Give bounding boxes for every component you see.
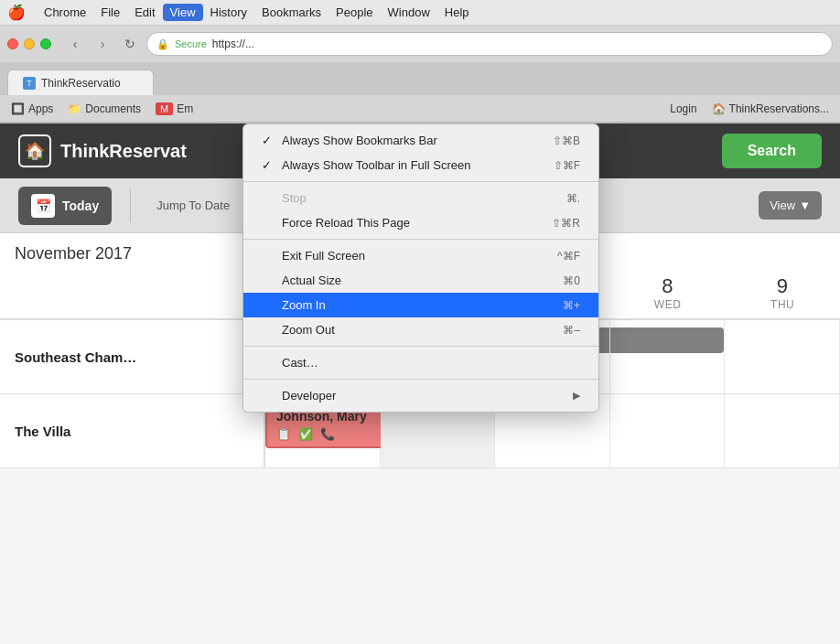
day-label-wed: WED: [654, 298, 682, 311]
room-label-villa: The Villa: [0, 394, 265, 467]
menu-item-exit-fullscreen[interactable]: Exit Full Screen ^⌘F: [243, 243, 598, 268]
bookmark-documents[interactable]: 📁 Documents: [64, 101, 145, 117]
back-button[interactable]: ‹: [64, 33, 86, 55]
maximize-button[interactable]: [40, 38, 51, 49]
day-header-thu: 9 THU: [725, 267, 840, 318]
dropdown-arrow-icon: ▼: [799, 199, 811, 212]
menu-label-cast: Cast…: [282, 356, 318, 370]
menu-separator-2: [243, 239, 598, 240]
browser-chrome: ‹ › ↻ 🔒 Secure https://... T ThinkReserv…: [0, 26, 840, 123]
reload-button[interactable]: ↻: [119, 33, 141, 55]
bookmark-login[interactable]: Login: [666, 101, 700, 117]
bookmark-email[interactable]: M Em: [152, 101, 197, 117]
search-button[interactable]: Search: [722, 134, 822, 168]
menu-help[interactable]: Help: [437, 4, 477, 21]
view-label: View: [770, 199, 795, 212]
menu-history[interactable]: History: [203, 4, 254, 21]
bookmark-thinkreservations[interactable]: 🏠 ThinkReservations...: [708, 101, 833, 117]
day-label-thu: THU: [770, 298, 794, 311]
room-header-cell: [0, 267, 265, 318]
menu-bar: 🍎 Chrome File Edit View History Bookmark…: [0, 0, 840, 26]
bookmark-apps[interactable]: 🔲 Apps: [7, 101, 57, 117]
jump-to-date[interactable]: Jump To Date: [149, 195, 237, 216]
menu-arrow-developer: ▶: [573, 390, 580, 402]
cell-villa-wed: [610, 394, 726, 467]
minimize-button[interactable]: [24, 38, 35, 49]
menu-item-always-show-bookmarks[interactable]: ✓ Always Show Bookmarks Bar ⇧⌘B: [243, 128, 598, 153]
menu-item-always-show-toolbar[interactable]: ✓ Always Show Toolbar in Full Screen ⇧⌘F: [243, 153, 598, 177]
tr-bookmark-label: ThinkReservations...: [729, 102, 829, 115]
today-button[interactable]: 📅 Today: [18, 187, 112, 225]
menu-label-always-bookmarks: Always Show Bookmarks Bar: [282, 134, 437, 147]
lock-icon: 🔒: [156, 38, 169, 50]
menu-chrome[interactable]: Chrome: [37, 4, 93, 21]
menu-item-stop[interactable]: Stop ⌘.: [243, 186, 598, 210]
menu-view[interactable]: View: [163, 4, 203, 21]
menu-separator-4: [243, 379, 598, 380]
view-dropdown[interactable]: View ▼: [759, 191, 822, 220]
traffic-lights: [7, 38, 51, 49]
menu-item-zoom-in[interactable]: Zoom In ⌘+: [243, 293, 598, 317]
view-dropdown-menu: ✓ Always Show Bookmarks Bar ⇧⌘B ✓ Always…: [242, 123, 599, 413]
room-label-southeast: Southeast Cham…: [0, 320, 265, 393]
bookmarks-bar: 🔲 Apps 📁 Documents M Em Login 🏠 ThinkRes…: [0, 95, 840, 123]
calendar-icon: 📅: [31, 194, 55, 218]
menu-item-actual-size[interactable]: Actual Size ⌘0: [243, 268, 598, 293]
bookmark-documents-label: Documents: [85, 102, 141, 115]
menu-shortcut-actual-size: ⌘0: [563, 274, 580, 287]
checkmark-icon: ✓: [262, 134, 276, 147]
menu-item-developer[interactable]: Developer ▶: [243, 383, 598, 408]
cell-southeast-wed: [610, 320, 726, 393]
today-label: Today: [62, 199, 99, 213]
menu-file[interactable]: File: [93, 4, 127, 21]
browser-tabs: T ThinkReservatio: [0, 62, 840, 95]
login-label: Login: [670, 102, 696, 115]
menu-label-always-toolbar: Always Show Toolbar in Full Screen: [282, 158, 470, 172]
day-num-thu: 9: [728, 274, 836, 298]
menu-shortcut-force-reload: ⇧⌘R: [552, 217, 580, 230]
apple-menu[interactable]: 🍎: [7, 4, 26, 21]
folder-icon: 📁: [68, 102, 81, 115]
site-logo: 🏠 ThinkReservat: [18, 134, 187, 167]
menu-label-developer: Developer: [282, 389, 336, 402]
toolbar-divider: [130, 189, 131, 222]
phone-icon: 📞: [320, 427, 335, 441]
menu-label-zoom-out: Zoom Out: [282, 323, 335, 337]
menu-separator-1: [243, 181, 598, 182]
forward-button[interactable]: ›: [92, 33, 113, 55]
email-icon: M: [156, 102, 173, 115]
bookmark-apps-label: Apps: [28, 102, 53, 115]
apps-icon: 🔲: [11, 102, 25, 115]
menu-label-exit-fullscreen: Exit Full Screen: [282, 249, 365, 263]
menu-shortcut-always-toolbar: ⇧⌘F: [554, 159, 580, 172]
close-button[interactable]: [7, 38, 18, 49]
cell-southeast-thu: [725, 320, 840, 393]
menu-edit[interactable]: Edit: [127, 4, 162, 21]
menu-shortcut-stop: ⌘.: [566, 192, 580, 205]
menu-label-actual-size: Actual Size: [282, 274, 341, 287]
menu-window[interactable]: Window: [381, 4, 437, 21]
browser-tab-active[interactable]: T ThinkReservatio: [7, 70, 154, 95]
menu-label-zoom-in: Zoom In: [282, 298, 326, 312]
cell-villa-thu: [725, 394, 840, 467]
menu-shortcut-zoom-in: ⌘+: [563, 299, 580, 312]
menu-bookmarks[interactable]: Bookmarks: [254, 4, 328, 21]
menu-shortcut-always-bookmarks: ⇧⌘B: [553, 134, 580, 147]
menu-people[interactable]: People: [328, 4, 380, 21]
menu-separator-3: [243, 346, 598, 347]
menu-shortcut-exit-fullscreen: ^⌘F: [557, 250, 580, 263]
day-header-wed: 8 WED: [610, 267, 726, 318]
tab-title: ThinkReservatio: [41, 77, 121, 90]
menu-item-zoom-out[interactable]: Zoom Out ⌘–: [243, 317, 598, 342]
menu-label-stop: Stop: [282, 191, 307, 205]
tab-favicon: T: [23, 77, 36, 90]
site-name: ThinkReservat: [60, 141, 187, 162]
address-bar[interactable]: 🔒 Secure https://...: [146, 32, 833, 56]
bookmark-email-label: Em: [177, 102, 193, 115]
secure-label: Secure: [175, 38, 207, 49]
menu-item-cast[interactable]: Cast…: [243, 350, 598, 375]
menu-item-force-reload[interactable]: Force Reload This Page ⇧⌘R: [243, 210, 598, 235]
confirmed-icon: ✅: [298, 427, 313, 441]
logo-icon: 🏠: [18, 134, 51, 167]
address-text: https://...: [212, 38, 254, 50]
